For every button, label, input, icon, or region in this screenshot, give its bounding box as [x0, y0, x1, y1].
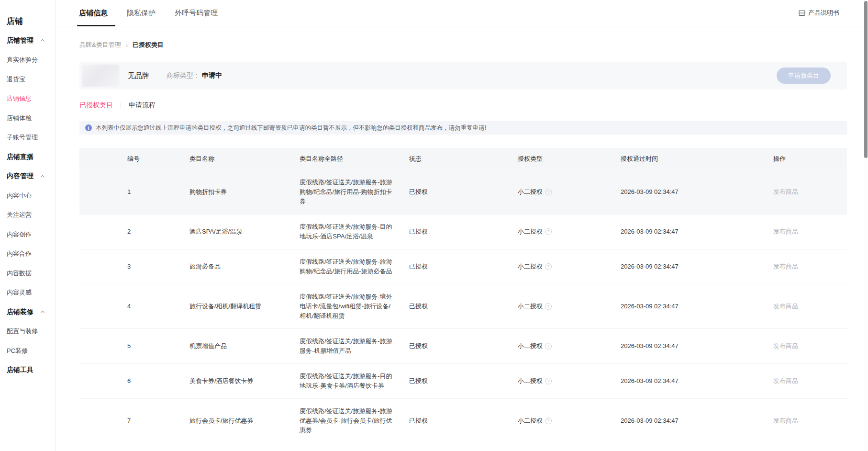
sidebar-item-label: 配置与装修 [7, 327, 38, 336]
sidebar-item-label: 关注运营 [7, 211, 32, 219]
cell-auth-type: 小二授权 ? [518, 180, 621, 204]
apply-new-category-button[interactable]: 申请新类目 [777, 68, 831, 84]
cell-category-name: 机票增值产品 [189, 334, 300, 359]
sidebar: 店铺 店铺管理 真实体验分 退货宝 店铺信息 店铺体检 子账号管理 店铺直播 内… [0, 0, 56, 451]
sidebar-item-label: 店铺体检 [7, 114, 32, 123]
brand-bar: 无品牌 商标类型： 申请中 申请新类目 [79, 62, 847, 90]
main-area: 店铺信息 隐私保护 外呼号码管理 产品说明书 品牌&类目管理 › 已授权类目 [56, 0, 868, 451]
sidebar-item-pc-decoration[interactable]: PC装修 [7, 341, 55, 361]
trademark-type-label: 商标类型： [167, 71, 200, 80]
sidebar-item-shop-livestream[interactable]: 店铺直播 [7, 147, 55, 167]
cell-no: 3 [79, 254, 189, 279]
cell-status: 已授权 [409, 180, 518, 204]
sidebar-title: 店铺 [7, 11, 55, 31]
publish-product-link[interactable]: 发布商品 [773, 219, 847, 244]
cell-no: 5 [79, 334, 189, 359]
table-header-row: 编号 类目名称 类目名称全路径 状态 授权类型 授权通过时间 操作 [79, 148, 847, 170]
breadcrumb-current: 已授权类目 [133, 41, 164, 49]
breadcrumb-parent[interactable]: 品牌&类目管理 [79, 41, 121, 49]
sidebar-item-label: 内容合作 [7, 249, 32, 258]
sidebar-item-shop-tools[interactable]: 店铺工具 [7, 361, 55, 380]
cell-category-full-path: 度假线路/签证送关/旅游服务-旅游购物/纪念品/旅行用品-购物折扣卡券 [300, 170, 409, 214]
chevron-up-icon [41, 311, 45, 315]
question-mark-icon[interactable]: ? [545, 378, 552, 384]
sidebar-item-content-inspiration[interactable]: 内容灵感 [7, 283, 55, 303]
cell-auth-type: 小二授权 ? [518, 219, 621, 244]
column-header-category-name: 类目名称 [189, 155, 300, 163]
publish-product-link[interactable]: 发布商品 [773, 180, 847, 204]
sidebar-item-content-center[interactable]: 内容中心 [7, 186, 55, 206]
sidebar-item-shop-checkup[interactable]: 店铺体检 [7, 109, 55, 128]
table-row: 5 机票增值产品 度假线路/签证送关/旅游服务-旅游服务-机票增值产品 已授权 … [79, 329, 847, 364]
cell-status: 已授权 [409, 408, 518, 433]
sidebar-item-content-management[interactable]: 内容管理 [7, 167, 55, 186]
cell-auth-type: 小二授权 ? [518, 334, 621, 359]
sidebar-item-shop-management[interactable]: 店铺管理 [7, 31, 55, 51]
cell-category-full-path: 度假线路/签证送关/旅游服务-旅游服务-机票增值产品 [300, 329, 409, 363]
tab-label: 隐私保护 [127, 9, 156, 18]
publish-product-link[interactable]: 发布商品 [773, 334, 847, 359]
info-icon: i [85, 124, 92, 131]
sidebar-item-shop-info[interactable]: 店铺信息 [7, 89, 55, 109]
question-mark-icon[interactable]: ? [545, 417, 552, 424]
sidebar-item-shop-decoration[interactable]: 店铺装修 [7, 303, 55, 322]
cell-auth-pass-time: 2026-03-09 02:34:47 [621, 219, 773, 244]
publish-product-link[interactable]: 发布商品 [773, 294, 847, 319]
tab-privacy-protection[interactable]: 隐私保护 [127, 0, 156, 26]
sidebar-item-real-experience-score[interactable]: 真实体验分 [7, 50, 55, 70]
top-tab-bar: 店铺信息 隐私保护 外呼号码管理 产品说明书 [56, 0, 868, 26]
question-mark-icon[interactable]: ? [545, 189, 552, 195]
sidebar-item-label: 内容创作 [7, 230, 32, 239]
subtab-application-process[interactable]: 申请流程 [129, 101, 156, 110]
brand-logo-blurred [82, 65, 119, 87]
cell-auth-pass-time: 2026-03-09 02:34:47 [621, 294, 773, 319]
scrollbar-thumb[interactable] [864, 1, 868, 158]
cell-status: 已授权 [409, 294, 518, 319]
cell-auth-pass-time: 2026-03-09 02:34:47 [621, 180, 773, 204]
sidebar-item-content-data[interactable]: 内容数据 [7, 264, 55, 283]
publish-product-link[interactable]: 发布商品 [773, 408, 847, 433]
cell-category-name: 酒店SPA/足浴/温泉 [189, 219, 300, 244]
notice-banner: i 本列表中仅展示您通过线上流程申请的类目授权，之前通过线下邮寄资质已申请的类目… [79, 121, 847, 135]
sidebar-item-label: 店铺直播 [7, 153, 33, 161]
cell-category-full-path: 度假线路/签证送关/旅游服务-旅游优惠券/会员卡-旅行会员卡/旅行优惠券 [300, 399, 409, 443]
cell-no: 1 [79, 180, 189, 204]
sidebar-item-follow-operations[interactable]: 关注运营 [7, 205, 55, 225]
sidebar-item-return-treasure[interactable]: 退货宝 [7, 70, 55, 90]
question-mark-icon[interactable]: ? [545, 343, 552, 350]
tab-outbound-number-management[interactable]: 外呼号码管理 [175, 0, 218, 26]
sidebar-item-content-cooperation[interactable]: 内容合作 [7, 244, 55, 264]
sidebar-item-label: PC装修 [7, 347, 28, 355]
question-mark-icon[interactable]: ? [545, 263, 552, 270]
cell-no: 7 [79, 408, 189, 433]
cell-category-full-path: 度假线路/签证送关/旅游服务-目的地玩乐-美食卡券/酒店餐饮卡券 [300, 364, 409, 398]
sidebar-item-label: 子账号管理 [7, 133, 38, 142]
question-mark-icon[interactable]: ? [545, 303, 552, 310]
sidebar-item-sub-account-management[interactable]: 子账号管理 [7, 128, 55, 147]
sidebar-item-label: 真实体验分 [7, 56, 38, 64]
table-row: 3 旅游必备品 度假线路/签证送关/旅游服务-旅游购物/纪念品/旅行用品-旅游必… [79, 249, 847, 284]
subtab-authorized-categories[interactable]: 已授权类目 [79, 101, 113, 110]
sidebar-item-label: 内容中心 [7, 192, 32, 200]
cell-status: 已授权 [409, 334, 518, 359]
tab-shop-info[interactable]: 店铺信息 [79, 0, 108, 26]
cell-status: 已授权 [409, 219, 518, 244]
authorized-categories-table: 编号 类目名称 类目名称全路径 状态 授权类型 授权通过时间 操作 1 购物折扣… [79, 148, 847, 443]
auth-type-label: 小二授权 [518, 416, 543, 426]
sidebar-item-label: 退货宝 [7, 75, 25, 84]
sidebar-nav: 店铺管理 真实体验分 退货宝 店铺信息 店铺体检 子账号管理 店铺直播 内容管理… [7, 31, 55, 380]
sidebar-item-config-and-decoration[interactable]: 配置与装修 [7, 322, 55, 341]
publish-product-link[interactable]: 发布商品 [773, 369, 847, 394]
content-area: 品牌&类目管理 › 已授权类目 无品牌 商标类型： 申请中 申请新类目 已授权类… [56, 41, 868, 443]
cell-auth-pass-time: 2026-03-09 02:34:47 [621, 369, 773, 394]
tab-label: 外呼号码管理 [175, 9, 218, 18]
publish-product-link[interactable]: 发布商品 [773, 254, 847, 279]
sidebar-title-label: 店铺 [7, 16, 23, 27]
column-header-auth-pass-time: 授权通过时间 [621, 155, 773, 163]
product-manual-link[interactable]: 产品说明书 [799, 0, 839, 26]
cell-no: 4 [79, 294, 189, 319]
cell-category-name: 购物折扣卡券 [189, 180, 300, 204]
page-scrollbar [864, 0, 868, 451]
question-mark-icon[interactable]: ? [545, 228, 552, 235]
sidebar-item-content-creation[interactable]: 内容创作 [7, 225, 55, 245]
